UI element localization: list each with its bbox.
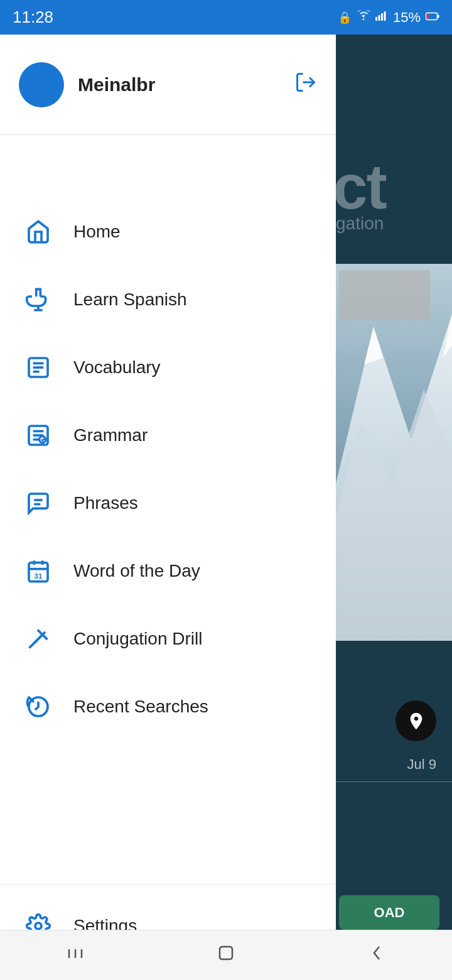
svg-text:31: 31 bbox=[35, 572, 43, 580]
bg-divider bbox=[336, 781, 452, 782]
sidebar-item-word-of-the-day[interactable]: 31 Word of the Day bbox=[0, 537, 336, 605]
bg-text-ct: ct bbox=[333, 151, 386, 223]
navigation-drawer: 👤 Meinalbr Home bbox=[0, 0, 336, 980]
trophy-icon bbox=[22, 283, 55, 316]
recent-apps-button[interactable] bbox=[64, 942, 87, 969]
svg-rect-12 bbox=[427, 14, 429, 19]
avatar: 👤 bbox=[19, 62, 64, 107]
sidebar-item-label-grammar: Grammar bbox=[73, 425, 148, 445]
svg-rect-40 bbox=[220, 947, 232, 959]
bg-text-gation: gation bbox=[336, 214, 384, 234]
location-button[interactable] bbox=[396, 700, 436, 741]
username-label: Meinalbr bbox=[78, 74, 155, 95]
status-icons: 🔒 15% bbox=[338, 9, 439, 26]
download-button[interactable]: OAD bbox=[339, 895, 439, 930]
svg-point-5 bbox=[363, 18, 365, 20]
home-button[interactable] bbox=[215, 942, 237, 969]
mountain-image bbox=[336, 264, 452, 641]
sidebar-item-label-recent-searches: Recent Searches bbox=[73, 697, 208, 717]
drawer-spacer bbox=[0, 135, 336, 185]
wifi-icon bbox=[357, 10, 370, 24]
user-avatar-icon: 👤 bbox=[27, 71, 56, 99]
nav-list: Home Learn Spanish bbox=[0, 185, 336, 884]
sidebar-item-label-phrases: Phrases bbox=[73, 493, 138, 513]
back-button[interactable] bbox=[365, 942, 388, 969]
signal-icon bbox=[375, 10, 388, 24]
battery-icon bbox=[426, 11, 439, 24]
sidebar-item-label-home: Home bbox=[73, 222, 121, 242]
sidebar-item-label-word-of-the-day: Word of the Day bbox=[73, 561, 200, 581]
svg-rect-7 bbox=[378, 15, 380, 21]
chat-icon bbox=[22, 487, 55, 520]
bottom-navigation-bar bbox=[0, 930, 452, 980]
user-section: 👤 Meinalbr bbox=[19, 62, 155, 107]
sidebar-item-recent-searches[interactable]: Recent Searches bbox=[0, 673, 336, 741]
sidebar-item-conjugation-drill[interactable]: Conjugation Drill bbox=[0, 605, 336, 673]
lock-icon: 🔒 bbox=[338, 11, 352, 24]
sidebar-item-learn-spanish[interactable]: Learn Spanish bbox=[0, 266, 336, 334]
svg-rect-8 bbox=[381, 13, 383, 21]
gray-overlay bbox=[339, 270, 430, 320]
grammar-icon bbox=[22, 419, 55, 452]
vocabulary-icon bbox=[22, 351, 55, 384]
history-icon bbox=[22, 690, 55, 723]
calendar-icon: 31 bbox=[22, 555, 55, 587]
sidebar-item-phrases[interactable]: Phrases bbox=[0, 469, 336, 537]
sidebar-item-label-vocabulary: Vocabulary bbox=[73, 357, 161, 378]
sidebar-item-home[interactable]: Home bbox=[0, 198, 336, 266]
logout-button[interactable] bbox=[294, 71, 317, 99]
date-label: Jul 9 bbox=[407, 756, 436, 773]
battery-percent: 15% bbox=[393, 9, 421, 26]
status-time: 11:28 bbox=[13, 8, 53, 27]
home-icon bbox=[22, 215, 55, 248]
status-bar: 11:28 🔒 15% bbox=[0, 0, 452, 35]
sidebar-item-grammar[interactable]: Grammar bbox=[0, 401, 336, 469]
svg-rect-6 bbox=[375, 17, 377, 21]
drill-icon bbox=[22, 623, 55, 655]
sidebar-item-vocabulary[interactable]: Vocabulary bbox=[0, 334, 336, 401]
sidebar-item-label-conjugation-drill: Conjugation Drill bbox=[73, 629, 202, 649]
drawer-header: 👤 Meinalbr bbox=[0, 35, 336, 135]
svg-rect-9 bbox=[384, 11, 385, 21]
svg-rect-11 bbox=[438, 15, 439, 18]
svg-point-36 bbox=[35, 923, 41, 929]
sidebar-item-label-learn-spanish: Learn Spanish bbox=[73, 290, 187, 310]
